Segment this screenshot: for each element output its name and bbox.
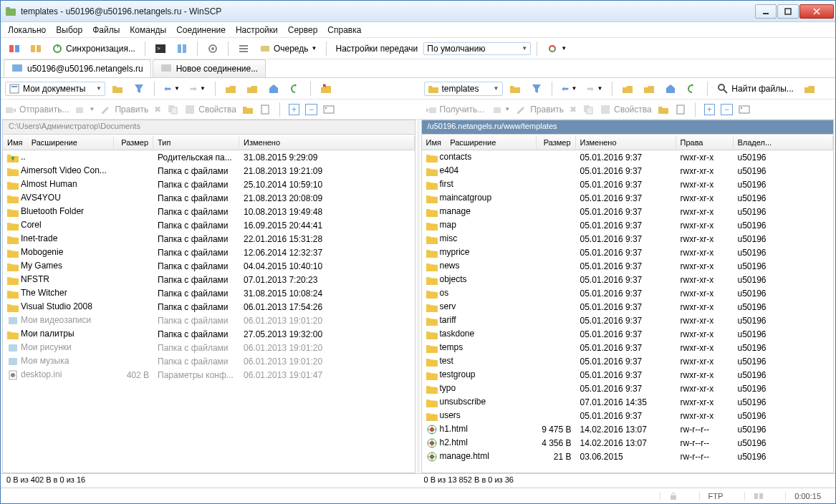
local-file-list[interactable]: Имя Расширение Размер Тип Изменено ..Род… [3,135,415,472]
reconnect-button[interactable]: ▼ [543,41,570,57]
remote-file-list[interactable]: Имя Расширение Размер Изменено Права Вла… [422,135,834,472]
col-type[interactable]: Тип [153,136,239,149]
col-size[interactable]: Размер [114,136,153,149]
table-row[interactable]: contacts05.01.2016 9:37rwxr-xr-xu50196 [422,150,834,164]
rcol-name[interactable]: Имя [426,138,441,147]
table-row[interactable]: taskdone05.01.2016 9:37rwxr-xr-xu50196 [422,327,834,341]
local-open-button[interactable] [108,81,127,97]
terminal-remote-button[interactable] [739,104,750,115]
remote-home-button[interactable] [661,81,680,97]
new-file-local-button[interactable] [259,104,271,115]
remote-open-button[interactable] [506,81,524,97]
synchronize-button[interactable]: Синхронизация... [48,41,139,57]
table-row[interactable]: AVS4YOUПапка с файлами21.08.2013 20:08:0… [3,191,415,205]
commander-button[interactable] [173,41,191,57]
edit-local-button[interactable]: Править [100,104,148,115]
get-button[interactable]: Получить... [426,104,485,115]
remote-filter-button[interactable] [527,81,546,97]
get-menu-button[interactable]: ▼ [490,104,510,115]
table-row[interactable]: Visual Studio 2008Папка с файлами06.01.2… [3,300,415,314]
menu-Соединение[interactable]: Соединение [176,25,226,35]
minimize-button[interactable] [755,4,777,19]
delete-remote-button[interactable]: ✖ [570,105,577,115]
table-row[interactable]: Bluetooth FolderПапка с файлами10.08.201… [3,205,415,218]
maximize-button[interactable] [777,4,799,19]
table-row[interactable]: objects05.01.2016 9:37rwxr-xr-xu50196 [422,273,834,286]
menu-Настройки[interactable]: Настройки [236,25,278,35]
menu-Локально[interactable]: Локально [8,25,46,35]
local-dir-combo[interactable]: Мои документы▼ [5,82,105,96]
table-row[interactable]: unsubscribe07.01.2016 14:35rwxr-xr-xu501… [422,395,834,409]
menu-Файлы[interactable]: Файлы [92,25,120,35]
table-row[interactable]: My GamesПапка с файлами04.04.2015 10:40:… [3,259,415,273]
table-row[interactable]: first05.01.2016 9:37rwxr-xr-xu50196 [422,178,834,191]
remote-back-button[interactable]: ⬅ ▼ [558,82,581,96]
table-row[interactable]: manage.html21 B03.06.2015rw-r--r--u50196 [422,450,834,463]
sync-browse-button[interactable] [27,41,45,57]
table-row[interactable]: map05.01.2016 9:37rwxr-xr-xu50196 [422,218,834,232]
local-refresh-button[interactable] [286,81,304,97]
local-root-button[interactable] [243,81,261,97]
queue-button[interactable]: Очередь ▼ [256,41,321,57]
delete-local-button[interactable]: ✖ [154,105,161,115]
table-row[interactable]: serv05.01.2016 9:37rwxr-xr-xu50196 [422,300,834,314]
compare-button[interactable] [5,41,24,57]
local-filter-button[interactable] [130,81,148,97]
options-button[interactable] [203,41,222,57]
find-files-button[interactable]: Найти файлы... [714,81,797,97]
col-name[interactable]: Имя [7,138,22,147]
menu-Сервер[interactable]: Сервер [288,25,318,35]
table-row[interactable]: testgroup05.01.2016 9:37rwxr-xr-xu50196 [422,368,834,382]
table-row[interactable]: manage05.01.2016 9:37rwxr-xr-xu50196 [422,205,834,218]
new-session-tab[interactable]: Новое соединение... [153,59,266,77]
local-up-button[interactable] [221,81,240,97]
remote-refresh-button[interactable] [683,81,701,97]
minus-remote-button[interactable]: − [721,104,733,115]
close-button[interactable] [799,4,834,19]
table-row[interactable]: ..Родительская па...31.08.2015 9:29:09 [3,150,415,164]
send-button[interactable]: Отправить... [5,104,69,115]
new-folder-remote-button[interactable] [658,104,669,115]
table-row[interactable]: NFSTRПапка с файлами07.01.2013 7:20:23 [3,273,415,286]
new-folder-local-button[interactable] [242,104,254,115]
col-ext[interactable]: Расширение [32,138,77,147]
local-back-button[interactable]: ⬅ ▼ [160,82,183,96]
table-row[interactable]: misc05.01.2016 9:37rwxr-xr-xu50196 [422,232,834,246]
queue-list-button[interactable] [234,41,253,57]
props-remote-button[interactable]: Свойства [600,104,652,115]
table-row[interactable]: MobogenieПапка с файлами12.06.2014 12:32… [3,246,415,259]
pane-splitter[interactable] [417,120,420,473]
table-row[interactable]: The WitcherПапка с файлами31.08.2015 10:… [3,286,415,300]
menu-Справка[interactable]: Справка [327,25,361,35]
table-row[interactable]: users05.01.2016 9:37rwxr-xr-xu50196 [422,409,834,422]
edit-remote-button[interactable]: Править [516,104,564,115]
rcol-ext[interactable]: Расширение [450,138,496,147]
remote-dup-button[interactable] [582,104,594,115]
table-row[interactable]: h2.html4 356 B14.02.2016 13:07rw-r--r--u… [422,436,834,450]
remote-dir-combo[interactable]: templates▼ [424,82,503,96]
table-row[interactable]: test05.01.2016 9:37rwxr-xr-xu50196 [422,354,834,368]
rcol-changed[interactable]: Изменено [576,136,676,149]
props-local-button[interactable]: Свойства [184,104,236,115]
menu-Выбор[interactable]: Выбор [56,25,82,35]
new-file-remote-button[interactable] [675,104,686,115]
table-row[interactable]: myprice05.01.2016 9:37rwxr-xr-xu50196 [422,246,834,259]
table-row[interactable]: Моя музыкаПапка с файлами06.01.2013 19:0… [3,354,415,368]
table-row[interactable]: Мои рисункиПапка с файлами06.01.2013 19:… [3,341,415,354]
table-row[interactable]: Almost HumanПапка с файлами25.10.2014 10… [3,178,415,191]
local-dup-button[interactable] [167,104,178,115]
minus-local-button[interactable]: − [305,104,317,115]
table-row[interactable]: temps05.01.2016 9:37rwxr-xr-xu50196 [422,341,834,354]
transfer-preset-combo[interactable]: По умолчанию▼ [423,42,531,55]
remote-forward-button[interactable]: ➡ ▼ [583,82,606,96]
rcol-owner[interactable]: Владел... [734,136,834,149]
remote-root-button[interactable] [640,81,658,97]
table-row[interactable]: Aimersoft Video Con...Папка с файлами21.… [3,164,415,178]
table-row[interactable]: typo05.01.2016 9:37rwxr-xr-xu50196 [422,382,834,395]
rcol-size[interactable]: Размер [537,136,576,149]
table-row[interactable]: h1.html9 475 B14.02.2016 13:07rw-r--r--u… [422,422,834,436]
rcol-rights[interactable]: Права [676,136,734,149]
table-row[interactable]: Inet-tradeПапка с файлами22.01.2016 15:3… [3,232,415,246]
table-row[interactable]: os05.01.2016 9:37rwxr-xr-xu50196 [422,286,834,300]
table-row[interactable]: tariff05.01.2016 9:37rwxr-xr-xu50196 [422,314,834,327]
